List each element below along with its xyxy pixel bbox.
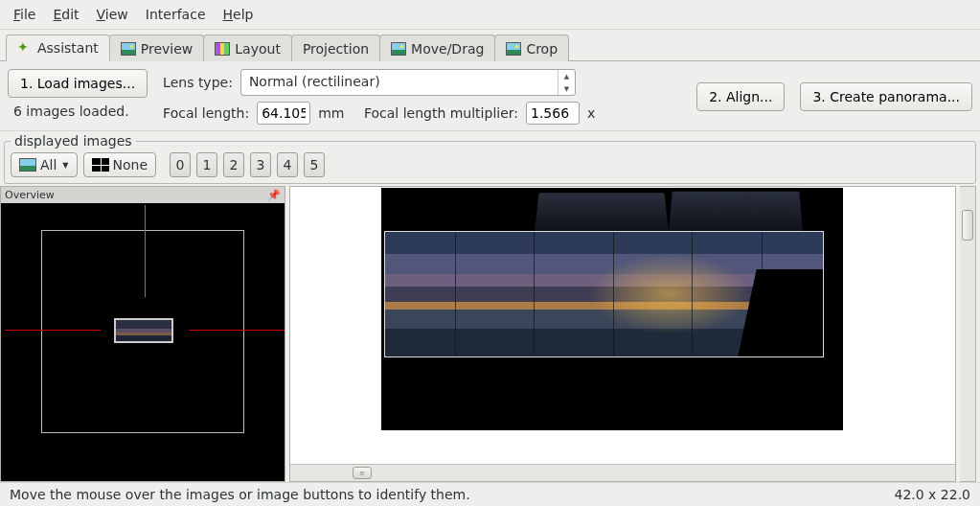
image-toggle-4[interactable]: 4 — [277, 152, 298, 177]
focal-length-unit: mm — [318, 105, 344, 121]
preview-icon — [121, 42, 136, 56]
tile-outline — [535, 193, 669, 232]
combo-spinner[interactable]: ▲ ▼ — [558, 70, 575, 95]
tab-move-drag[interactable]: Move/Drag — [379, 34, 495, 61]
all-label: All — [40, 157, 57, 172]
displayed-images-group: displayed images All ▼ None 0 1 2 3 4 5 — [4, 133, 976, 184]
overview-thumbnail — [114, 318, 173, 343]
menu-help[interactable]: Help — [216, 4, 262, 25]
tab-assistant[interactable]: Assistant — [6, 34, 110, 61]
create-panorama-button[interactable]: 3. Create panorama... — [800, 82, 972, 111]
tab-crop[interactable]: Crop — [494, 34, 569, 61]
load-images-button[interactable]: 1. Load images... — [8, 69, 148, 98]
overview-axis-left — [5, 330, 101, 331]
horizontal-scrollbar[interactable]: ≡ — [290, 464, 955, 481]
image-toggle-1[interactable]: 1 — [196, 152, 217, 177]
tile-outline — [669, 192, 803, 232]
panorama-image — [384, 231, 824, 357]
layout-icon — [215, 42, 230, 56]
menu-bar: File Edit View Interface Help — [0, 0, 980, 30]
images-loaded-label: 6 images loaded. — [8, 104, 148, 119]
multiplier-label: Focal length multiplier: — [364, 105, 518, 121]
all-icon — [19, 158, 36, 172]
tab-label: Assistant — [37, 40, 99, 56]
status-coords: 42.0 x 22.0 — [894, 487, 970, 502]
preview-pane: ≡ — [289, 186, 956, 482]
tab-label: Move/Drag — [411, 41, 484, 57]
tab-projection[interactable]: Projection — [291, 34, 380, 61]
lens-type-value: Normal (rectilinear) — [241, 70, 558, 95]
chevron-down-icon[interactable]: ▼ — [558, 82, 575, 95]
status-bar: Move the mouse over the images or image … — [0, 482, 980, 506]
workspace: Overview 📌 — [0, 186, 980, 482]
preview-canvas[interactable] — [290, 187, 955, 464]
pin-icon[interactable]: 📌 — [267, 189, 281, 201]
overview-pane: Overview 📌 — [0, 186, 285, 482]
tab-label: Layout — [235, 41, 281, 57]
assistant-icon — [17, 41, 33, 55]
vertical-scrollbar[interactable] — [960, 186, 976, 482]
status-hint: Move the mouse over the images or image … — [10, 487, 470, 502]
focal-length-input[interactable] — [257, 102, 310, 125]
image-toggle-5[interactable]: 5 — [304, 152, 325, 177]
scrollbar-thumb[interactable] — [962, 210, 973, 241]
menu-interface[interactable]: Interface — [138, 4, 214, 25]
tab-bar: Assistant Preview Layout Projection Move… — [0, 30, 980, 61]
show-none-button[interactable]: None — [83, 152, 157, 177]
tab-label: Crop — [526, 41, 558, 57]
move-drag-icon — [391, 42, 406, 56]
tab-label: Preview — [141, 41, 194, 57]
lens-type-combo[interactable]: Normal (rectilinear) ▲ ▼ — [240, 69, 576, 96]
crop-icon — [506, 42, 521, 56]
tab-label: Projection — [303, 41, 369, 57]
tab-layout[interactable]: Layout — [203, 34, 292, 61]
overview-axis-right — [189, 330, 285, 331]
displayed-images-legend: displayed images — [11, 133, 136, 149]
overview-axis-vertical — [145, 205, 146, 297]
multiplier-unit: x — [587, 105, 595, 121]
none-icon — [92, 158, 109, 172]
show-all-button[interactable]: All ▼ — [11, 152, 78, 177]
align-button[interactable]: 2. Align... — [696, 82, 785, 111]
image-toggle-0[interactable]: 0 — [170, 152, 191, 177]
multiplier-input[interactable] — [526, 102, 580, 125]
overview-title: Overview — [5, 189, 55, 201]
scrollbar-thumb[interactable]: ≡ — [353, 467, 372, 479]
focal-length-label: Focal length: — [163, 105, 249, 121]
image-toggle-3[interactable]: 3 — [250, 152, 271, 177]
chevron-up-icon[interactable]: ▲ — [558, 70, 575, 82]
overview-canvas[interactable] — [1, 203, 285, 481]
image-toggle-2[interactable]: 2 — [223, 152, 244, 177]
none-label: None — [113, 157, 148, 172]
lens-type-label: Lens type: — [163, 75, 233, 90]
menu-edit[interactable]: Edit — [45, 4, 86, 25]
menu-view[interactable]: View — [89, 4, 136, 25]
menu-file[interactable]: File — [6, 4, 43, 25]
chevron-down-icon: ▼ — [62, 161, 68, 170]
assistant-panel: 1. Load images... 6 images loaded. Lens … — [0, 61, 980, 131]
tab-preview[interactable]: Preview — [109, 34, 205, 61]
